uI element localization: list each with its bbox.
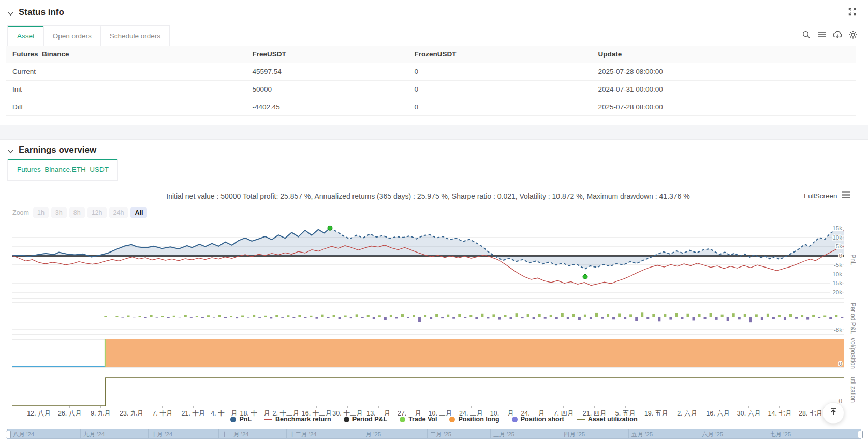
- svg-text:-15k: -15k: [831, 280, 843, 286]
- svg-text:-8k: -8k: [834, 327, 842, 333]
- navigator-month-label: 二月 '25: [430, 431, 451, 438]
- navigator-month-separator: [357, 429, 357, 438]
- navigator-month-separator: [80, 429, 81, 438]
- earnings-chart[interactable]: 15k10k5k0-5k-10k-15k-20k-8k0012. 八月26. 八…: [0, 0, 868, 445]
- legend-label: Period P&L: [352, 416, 387, 423]
- legend-line-icon: [577, 419, 585, 420]
- svg-text:PnL: PnL: [849, 254, 857, 265]
- svg-text:Period P&L: Period P&L: [849, 303, 857, 334]
- navigator-month-label: 九月 '24: [83, 431, 105, 438]
- navigator-month-label: 七月 '25: [770, 431, 791, 438]
- navigator-month-separator: [561, 429, 561, 438]
- svg-text:10k: 10k: [832, 234, 842, 241]
- trading-dashboard: Status info AssetOpen ordersSchedule ord…: [0, 0, 868, 445]
- legend-line-icon: [264, 419, 272, 420]
- legend-dot-icon: [230, 417, 236, 422]
- navigator-month-separator: [767, 429, 767, 438]
- legend-item-position-short[interactable]: Position short: [512, 416, 564, 423]
- navigator-month-separator: [628, 429, 629, 438]
- svg-text:15k: 15k: [832, 225, 842, 231]
- legend-label: Position long: [458, 416, 499, 423]
- legend-label: Trade Vol: [408, 416, 437, 423]
- svg-text:0: 0: [839, 361, 842, 367]
- legend-label: Asset utilization: [588, 416, 638, 423]
- datazoom-navigator[interactable]: 八月 '24九月 '24十月 '24十一月 '24十二月 '24一月 '25二月…: [7, 429, 861, 439]
- svg-text:5k: 5k: [836, 243, 842, 249]
- legend-dot-icon: [512, 417, 518, 422]
- navigator-month-separator: [490, 429, 491, 438]
- svg-text:0: 0: [839, 253, 842, 259]
- legend-item-trade-vol[interactable]: Trade Vol: [400, 416, 437, 423]
- legend-item-asset-utilization[interactable]: Asset utilization: [577, 416, 638, 423]
- navigator-month-label: 六月 '25: [702, 431, 723, 438]
- navigator-month-separator: [218, 429, 219, 438]
- navigator-month-separator: [10, 429, 10, 438]
- legend-label: PnL: [239, 416, 252, 423]
- legend-label: Benchmark return: [275, 416, 331, 423]
- navigator-month-label: 八月 '24: [13, 431, 34, 438]
- chart-legend: PnLBenchmark returnPeriod P&LTrade VolPo…: [0, 416, 868, 423]
- navigator-month-label: 一月 '25: [360, 431, 381, 438]
- navigator-month-separator: [286, 429, 287, 438]
- legend-item-benchmark-return[interactable]: Benchmark return: [264, 416, 331, 423]
- navigator-month-label: 十月 '24: [151, 431, 172, 438]
- svg-text:utilization: utilization: [849, 377, 857, 403]
- legend-item-pnl[interactable]: PnL: [230, 416, 252, 423]
- legend-dot-icon: [449, 417, 455, 422]
- navigator-month-separator: [699, 429, 699, 438]
- legend-item-period-p&l[interactable]: Period P&L: [344, 416, 387, 423]
- scroll-to-top-button[interactable]: [822, 402, 844, 424]
- svg-text:vol/position: vol/position: [849, 338, 857, 369]
- navigator-month-label: 五月 '25: [631, 431, 653, 438]
- navigator-month-label: 三月 '25: [493, 431, 514, 438]
- navigator-month-separator: [148, 429, 149, 438]
- navigator-month-label: 十一月 '24: [222, 431, 249, 438]
- svg-text:-10k: -10k: [831, 271, 843, 277]
- navigator-month-label: 四月 '25: [564, 431, 585, 438]
- legend-item-position-long[interactable]: Position long: [449, 416, 499, 423]
- navigator-month-separator: [427, 429, 428, 438]
- svg-text:0: 0: [839, 398, 842, 404]
- legend-dot-icon: [400, 417, 405, 422]
- navigator-month-label: 十二月 '24: [289, 431, 317, 438]
- navigator-right-handle[interactable]: [858, 431, 863, 438]
- svg-text:-20k: -20k: [831, 289, 843, 295]
- scroll-top-icon: [829, 408, 837, 418]
- legend-dot-icon: [344, 417, 349, 422]
- legend-label: Position short: [521, 416, 564, 423]
- svg-text:-5k: -5k: [834, 262, 842, 268]
